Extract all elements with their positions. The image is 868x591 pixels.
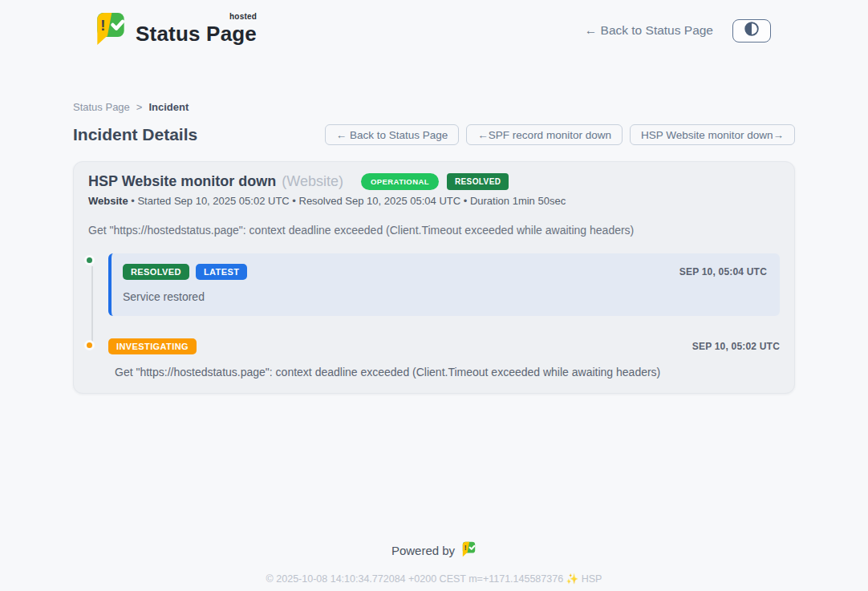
resolved-badge: RESOLVED: [123, 264, 189, 280]
header: ! Status Page hosted ← Back to Status Pa…: [0, 0, 868, 61]
timeline-entry: RESOLVEDLATESTSEP 10, 05:04 UTCService r…: [88, 253, 780, 316]
timeline-dot-icon: [84, 255, 95, 265]
resolved-state-badge: RESOLVED: [447, 173, 509, 190]
incident-title: HSP Website monitor down: [88, 173, 276, 190]
status-bubble-icon-small[interactable]: !: [461, 541, 477, 560]
timeline-timestamp: SEP 10, 05:02 UTC: [692, 341, 780, 352]
timeline: RESOLVEDLATESTSEP 10, 05:04 UTCService r…: [88, 253, 780, 378]
incident-component: (Website): [282, 173, 343, 190]
header-back-link[interactable]: ← Back to Status Page: [585, 23, 713, 38]
timeline-entry: INVESTIGATINGSEP 10, 05:02 UTCGet "https…: [88, 338, 780, 378]
timeline-message: Service restored: [123, 290, 767, 303]
breadcrumb-root[interactable]: Status Page: [73, 101, 130, 113]
incident-description: Get "https://hostedstatus.page": context…: [88, 224, 780, 237]
timeline-update: INVESTIGATINGSEP 10, 05:02 UTCGet "https…: [108, 338, 780, 378]
breadcrumb: Status Page > Incident: [73, 101, 795, 113]
timeline-dot-icon: [84, 340, 95, 350]
latest-badge: LATEST: [196, 264, 247, 280]
incident-card: HSP Website monitor down (Website) OPERA…: [73, 161, 795, 394]
copyright-text: © 2025-10-08 14:10:34.772084 +0200 CEST …: [0, 573, 868, 585]
main-content: Status Page > Incident Incident Details …: [73, 61, 795, 394]
powered-by: Powered by !: [0, 541, 868, 560]
brand-logo[interactable]: ! Status Page hosted: [95, 11, 257, 50]
timeline-update-highlighted: RESOLVEDLATESTSEP 10, 05:04 UTCService r…: [108, 253, 780, 316]
contrast-icon: [743, 20, 761, 41]
svg-text:!: !: [100, 18, 105, 34]
incident-meta: Website • Started Sep 10, 2025 05:02 UTC…: [88, 195, 780, 207]
footer: Powered by ! © 2025-10-08 14:10:34.77208…: [0, 541, 868, 585]
next-incident-button[interactable]: HSP Website monitor down→: [630, 124, 795, 145]
breadcrumb-current: Incident: [148, 101, 189, 113]
previous-incident-button[interactable]: ←SPF record monitor down: [466, 124, 623, 145]
brand-name: Status Page hosted: [136, 15, 257, 47]
status-bubble-icon: !: [95, 11, 127, 50]
timeline-message: Get "https://hostedstatus.page": context…: [108, 366, 780, 378]
back-to-status-page-button[interactable]: ← Back to Status Page: [325, 124, 460, 145]
operational-status-badge: OPERATIONAL: [361, 173, 439, 190]
theme-toggle-button[interactable]: [732, 19, 771, 43]
svg-text:!: !: [464, 544, 467, 552]
investigating-badge: INVESTIGATING: [108, 338, 197, 354]
brand-superscript: hosted: [229, 12, 257, 21]
powered-by-label: Powered by: [391, 544, 455, 557]
incident-meta-component: Website: [88, 195, 128, 207]
page-title: Incident Details: [73, 125, 197, 144]
incident-nav-buttons: ← Back to Status Page ←SPF record monito…: [325, 124, 795, 145]
incident-meta-details: • Started Sep 10, 2025 05:02 UTC • Resol…: [128, 195, 566, 207]
timeline-timestamp: SEP 10, 05:04 UTC: [679, 266, 767, 277]
breadcrumb-separator: >: [136, 101, 143, 113]
